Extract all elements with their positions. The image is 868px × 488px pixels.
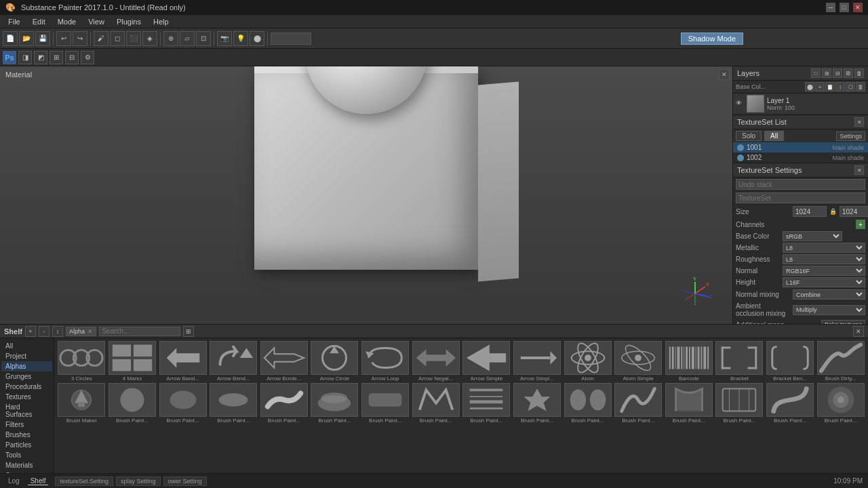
shelf-item-brushdirty[interactable]: Brush Dirty...: [816, 341, 865, 382]
ts-settings-close[interactable]: ✕: [854, 165, 864, 175]
channel-metallic-select[interactable]: L8: [783, 243, 865, 253]
undo-btn[interactable]: ↩: [56, 31, 71, 46]
menu-view[interactable]: View: [83, 15, 110, 28]
solo-tab[interactable]: Solo: [736, 131, 762, 141]
shelf-btn2[interactable]: -: [39, 326, 50, 337]
blend-btn5[interactable]: ⬡: [846, 82, 855, 92]
t2-btn3[interactable]: ⊞: [50, 51, 63, 64]
shelf-item-atom[interactable]: Atom: [563, 341, 612, 382]
shelf-cat-smart-materials[interactable]: Smart materials: [1, 470, 52, 473]
shelf-cat-procedurals[interactable]: Procedurals: [1, 382, 52, 392]
shelf-cat-materials[interactable]: Materials: [1, 460, 52, 470]
close-btn[interactable]: ✕: [853, 3, 863, 12]
layers-btn1[interactable]: □: [811, 68, 821, 78]
menu-edit[interactable]: Edit: [27, 15, 51, 28]
shelf-item-3circles[interactable]: 3 Circles: [57, 341, 106, 382]
shelf-item-brushpaint8[interactable]: Brush Paint...: [462, 383, 511, 424]
erase-btn[interactable]: ◻: [110, 31, 125, 46]
shelf-item-arrowsimple[interactable]: Arrow Simple: [462, 341, 511, 382]
layers-btn5[interactable]: 🗑: [854, 68, 864, 78]
textureset-item-1001[interactable]: 1001 Main shade: [733, 142, 868, 152]
size-input-h[interactable]: [840, 206, 868, 217]
shelf-btn3[interactable]: ↕: [52, 326, 63, 337]
shelf-cat-hard-surfaces[interactable]: Hard Surfaces: [1, 402, 52, 420]
shelf-item-arrowbend[interactable]: Arrow Bend...: [209, 341, 258, 382]
shadow-mode-button[interactable]: Shadow Mode: [681, 33, 743, 45]
t2-btn4[interactable]: ⊟: [65, 51, 79, 64]
shelf-item-brushpaint4[interactable]: Brush Paint...: [260, 383, 309, 424]
paint-btn[interactable]: 🖌: [94, 31, 108, 46]
textureset-input[interactable]: [736, 192, 865, 203]
shelf-item-brushpaint7[interactable]: Brush Paint...: [411, 383, 460, 424]
new-btn[interactable]: 📄: [3, 31, 18, 46]
shelf-cat-filters[interactable]: Filters: [1, 420, 52, 430]
layers-btn2[interactable]: ⊞: [822, 68, 831, 78]
blend-btn4[interactable]: ↕: [835, 82, 845, 92]
blend-btn2[interactable]: +: [815, 82, 825, 92]
shelf-item-arrowloop[interactable]: Arrow Loop: [361, 341, 410, 382]
shelf-cat-particles[interactable]: Particles: [1, 440, 52, 450]
power-setting-tab[interactable]: ower Setting: [163, 476, 207, 486]
shelf-tab[interactable]: Shelf: [28, 477, 49, 485]
shelf-item-arrownegat[interactable]: Arrow Negat...: [411, 341, 460, 382]
shelf-item-arrowcircle[interactable]: Arrow Circle: [310, 341, 359, 382]
textureset-setting-tab[interactable]: textureSet.Setting: [55, 476, 113, 486]
settings-btn[interactable]: Settings: [836, 131, 865, 141]
shelf-item-arrowband[interactable]: Arrow Band...: [158, 341, 208, 382]
all-tab[interactable]: All: [764, 131, 784, 141]
shelf-item-brushpaint15[interactable]: Brush Paint...: [816, 383, 865, 424]
ambient-occ-select[interactable]: Multiply: [793, 305, 865, 315]
shelf-item-brushpaint12[interactable]: Brush Paint...: [665, 383, 714, 424]
channel-height-select[interactable]: L16F: [783, 277, 865, 287]
textureset-item-1002[interactable]: 1002 Main shade: [733, 152, 868, 163]
shelf-item-arrowborder[interactable]: Arrow Borde...: [260, 341, 309, 382]
channel-basecolor-select[interactable]: sRGB: [783, 231, 842, 241]
ts-settings-header[interactable]: TextureSet Settings ✕: [733, 163, 868, 178]
viewport-close[interactable]: ✕: [719, 69, 730, 80]
shelf-cat-brushes[interactable]: Brushes: [1, 430, 52, 440]
layer-item[interactable]: 👁 Layer 1 Norm 100: [733, 94, 868, 115]
textureset-list-header[interactable]: TextureSet List ✕: [733, 115, 868, 129]
bake-textures-btn[interactable]: Bake textures: [821, 320, 865, 324]
shelf-item-brushpaint5[interactable]: Brush Paint...: [310, 383, 359, 424]
viewport[interactable]: Material X Y Z ✕: [0, 66, 732, 324]
display-setting-tab[interactable]: splay Setting: [116, 476, 161, 486]
blend-btn1[interactable]: ⬤: [805, 82, 814, 92]
add-channel-btn[interactable]: +: [856, 220, 865, 229]
shelf-item-4marks[interactable]: 4 Marks: [108, 341, 157, 382]
camera-btn[interactable]: 📷: [217, 31, 232, 46]
menu-help[interactable]: Help: [148, 15, 174, 28]
save-btn[interactable]: 💾: [35, 31, 50, 46]
redo-btn[interactable]: ↪: [73, 31, 87, 46]
tool-input[interactable]: [271, 33, 311, 45]
layers-header[interactable]: Layers □ ⊞ ⊟ 🖹 🗑: [733, 66, 868, 81]
smudge-btn[interactable]: ◈: [142, 31, 157, 46]
shelf-cat-project[interactable]: Project: [1, 351, 52, 361]
fill-btn[interactable]: ⬛: [126, 31, 141, 46]
t2-btn2[interactable]: ◩: [34, 51, 47, 64]
shelf-item-brushpaint11[interactable]: Brush Paint...: [614, 383, 663, 424]
shelf-item-brushpaint3[interactable]: Brush Paint...: [209, 383, 258, 424]
channel-roughness-select[interactable]: L8: [783, 254, 865, 264]
shelf-cat-all[interactable]: All: [1, 341, 52, 351]
shelf-cat-tools[interactable]: Tools: [1, 450, 52, 460]
alpha-filter[interactable]: Alpha ✕: [66, 327, 97, 336]
shelf-item-brushpaint6[interactable]: Brush Paint...: [361, 383, 410, 424]
shelf-item-brushpaint9[interactable]: Brush Paint...: [513, 383, 562, 424]
shelf-cat-textures[interactable]: Textures: [1, 392, 52, 402]
shelf-item-barcode[interactable]: Barcode: [665, 341, 714, 382]
t2-btn1[interactable]: ◨: [18, 51, 32, 64]
shelf-search-input[interactable]: [99, 327, 180, 336]
shelf-cat-grunges[interactable]: Grunges: [1, 371, 52, 382]
menu-file[interactable]: File: [3, 15, 26, 28]
layers-btn4[interactable]: 🖹: [844, 68, 853, 78]
minimize-btn[interactable]: ─: [826, 3, 835, 12]
shelf-item-brushpaint10[interactable]: Brush Paint...: [563, 383, 612, 424]
shelf-item-brushpaint2[interactable]: Brush Paint...: [158, 383, 208, 424]
material-btn[interactable]: ⬤: [250, 31, 264, 46]
channel-normal-select[interactable]: RGB16F: [783, 266, 865, 276]
blend-btn3[interactable]: 📋: [825, 82, 835, 92]
maximize-btn[interactable]: □: [840, 3, 849, 12]
shelf-cat-alphas[interactable]: Alphas: [1, 361, 52, 371]
blend-btn6[interactable]: 🗑: [856, 82, 865, 92]
